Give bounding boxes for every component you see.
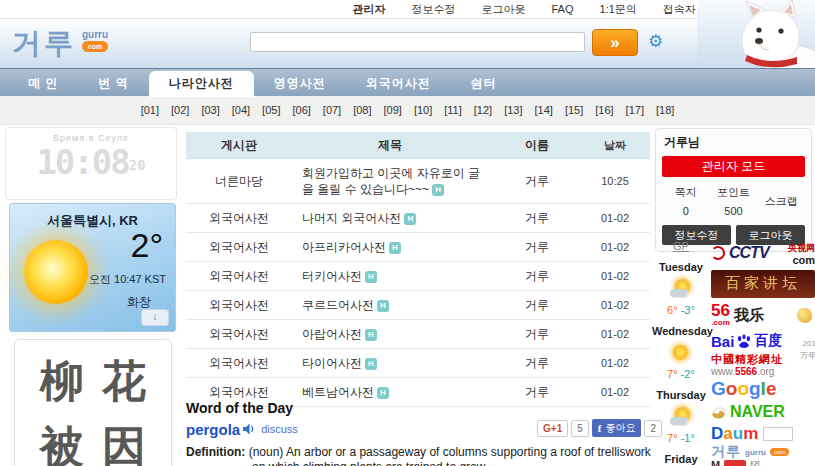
row-title-cell[interactable]: 회원가입하고 이곳에 자유로이 글을 올릴 수 있습니다~~~H [292, 163, 494, 199]
row-title-link[interactable]: 터키어사전 [302, 269, 362, 283]
ad-daum[interactable]: Daum [711, 424, 815, 444]
row-board-link[interactable]: 외국어사전 [186, 297, 292, 314]
wotd-word-link[interactable]: pergola [186, 421, 240, 438]
row-title-cell[interactable]: 나머지 외국어사전H [292, 208, 494, 228]
wotd-definition: Definition: (noun) An arbor or a passage… [186, 445, 656, 466]
facebook-like-button[interactable]: f좋아요 [592, 419, 642, 437]
row-title-link[interactable]: 타이어사전 [302, 356, 362, 370]
row-title-link[interactable]: 나머지 외국어사전 [302, 211, 401, 225]
tab-korean-dictionary[interactable]: 나라안사전 [149, 71, 254, 97]
table-row[interactable]: 외국어사전 터키어사전H 거루 01-02 [186, 262, 650, 291]
page-link[interactable]: [02] [171, 104, 189, 116]
row-board-link[interactable]: 외국어사전 [186, 355, 292, 372]
edge-fragment-line: 万年 [792, 350, 815, 362]
page-link[interactable]: [08] [353, 104, 371, 116]
row-title-link[interactable]: 베트남어사전 [302, 385, 374, 399]
table-row[interactable]: 외국어사전 타이어사전H 거루 01-02 [186, 349, 650, 378]
share-buttons: G+1 5 f좋아요 2 [537, 419, 662, 437]
row-author: 거루 [494, 210, 580, 227]
stat-messages[interactable]: 쪽지 0 [662, 185, 710, 217]
ad-naver[interactable]: NAVER [711, 400, 815, 424]
ad-56com[interactable]: 56 .com 我乐 [711, 300, 815, 330]
table-row[interactable]: 외국어사전 아프리카어사전H 거루 01-02 [186, 233, 650, 262]
page-link[interactable]: [18] [656, 104, 674, 116]
tab-foreign-dictionary[interactable]: 외국어사전 [346, 69, 451, 97]
page-link[interactable]: [03] [201, 104, 219, 116]
forecast-gp-link[interactable]: GP [652, 240, 710, 252]
weather-forecast: GP Tuesday 6° -3° Wednesday 7° -2° Thurs… [652, 240, 710, 466]
page-link[interactable]: [14] [535, 104, 553, 116]
page-link[interactable]: [06] [292, 104, 310, 116]
row-board-link[interactable]: 외국어사전 [186, 384, 292, 401]
weather-download-button[interactable]: ↓ [141, 309, 169, 326]
speaker-icon[interactable] [243, 423, 256, 435]
google-plus-button[interactable]: G+1 [537, 420, 568, 437]
page-link[interactable]: [04] [232, 104, 250, 116]
admin-mode-button[interactable]: 관리자 모드 [662, 156, 805, 177]
row-title-link[interactable]: 쿠르드어사전 [302, 298, 374, 312]
tab-main[interactable]: 메 인 [8, 69, 78, 97]
tab-lounge[interactable]: 쉼터 [451, 69, 517, 97]
table-row[interactable]: 너른마당 회원가입하고 이곳에 자유로이 글을 올릴 수 있습니다~~~H 거루… [186, 159, 650, 204]
page-link[interactable]: [07] [323, 104, 341, 116]
tab-english-dictionary[interactable]: 영영사전 [254, 69, 346, 97]
daum-search-box[interactable] [763, 427, 793, 441]
col-header-board: 게시판 [186, 137, 292, 154]
topbar-link-faq[interactable]: FAQ [552, 3, 574, 15]
site-logo[interactable]: 거루 gurru com [12, 25, 108, 61]
page-link[interactable]: [10] [414, 104, 432, 116]
definition-text: (noun) An arbor or a passageway of colum… [245, 445, 651, 466]
table-row[interactable]: 외국어사전 쿠르드어사전H 거루 01-02 [186, 291, 650, 320]
page-link[interactable]: [01] [141, 104, 159, 116]
row-board-link[interactable]: 너른마당 [186, 173, 292, 190]
page-link[interactable]: [13] [504, 104, 522, 116]
stat-scrap[interactable]: 스크랩 [757, 185, 805, 217]
row-title-link[interactable]: 회원가입하고 이곳에 자유로이 글을 올릴 수 있습니다~~~ [302, 166, 480, 196]
topbar-link-edit-info[interactable]: 정보수정 [412, 2, 456, 17]
row-board-link[interactable]: 외국어사전 [186, 239, 292, 256]
56com-mascot-icon [797, 308, 812, 323]
row-title-cell[interactable]: 쿠르드어사전H [292, 295, 494, 315]
page-link[interactable]: [12] [474, 104, 492, 116]
row-author: 거루 [494, 297, 580, 314]
ad-5566[interactable]: www.5566.org [711, 366, 815, 378]
row-board-link[interactable]: 외국어사전 [186, 210, 292, 227]
gear-icon[interactable]: ⚙ [648, 31, 663, 52]
forecast-day: Wednesday 7° -2° [652, 325, 710, 380]
ad-guru[interactable]: 거루 gurru com [711, 444, 815, 460]
row-board-link[interactable]: 외국어사전 [186, 268, 292, 285]
page-link[interactable]: [11] [444, 104, 462, 116]
ad-google[interactable]: Google [711, 378, 815, 400]
search-input[interactable] [250, 32, 585, 52]
table-row[interactable]: 외국어사전 나머지 외국어사전H 거루 01-02 [186, 204, 650, 233]
stat-label: 쪽지 [662, 185, 710, 200]
page-link[interactable]: [17] [626, 104, 644, 116]
topbar-link-admin[interactable]: 관리자 [353, 2, 386, 17]
ad-baijia-jiangtan[interactable]: 百家讲坛 [711, 270, 815, 298]
topbar-link-inquiry[interactable]: 1:1문의 [600, 2, 637, 17]
page-link[interactable]: [15] [565, 104, 583, 116]
search-button[interactable]: » [592, 29, 638, 56]
ad-cctv[interactable]: CCTV 央视网 com [711, 238, 815, 268]
calligraphy-char: 被 [40, 418, 84, 466]
discuss-link[interactable]: discuss [261, 423, 298, 435]
stat-points[interactable]: 포인트 500 [710, 185, 758, 217]
tab-translate[interactable]: 번 역 [78, 69, 148, 97]
page-link[interactable]: [05] [262, 104, 280, 116]
row-title-link[interactable]: 아랍어사전 [302, 327, 362, 341]
row-title-cell[interactable]: 베트남어사전H [292, 382, 494, 402]
row-title-cell[interactable]: 아랍어사전H [292, 324, 494, 344]
clock-hhmm: 10:08 [36, 142, 128, 182]
row-title-cell[interactable]: 타이어사전H [292, 353, 494, 373]
row-title-cell[interactable]: 아프리카어사전H [292, 237, 494, 257]
guru-korean-text: 거루 [711, 444, 741, 460]
ad-partial-cutoff[interactable]: M KR [711, 460, 815, 466]
page-link[interactable]: [16] [595, 104, 613, 116]
topbar-link-logout[interactable]: 로그아웃 [482, 2, 526, 17]
row-title-cell[interactable]: 터키어사전H [292, 266, 494, 286]
row-title-link[interactable]: 아프리카어사전 [302, 240, 386, 254]
logo-korean-text: 거루 [12, 25, 76, 61]
row-board-link[interactable]: 외국어사전 [186, 326, 292, 343]
page-link[interactable]: [09] [384, 104, 402, 116]
table-row[interactable]: 외국어사전 아랍어사전H 거루 01-02 [186, 320, 650, 349]
